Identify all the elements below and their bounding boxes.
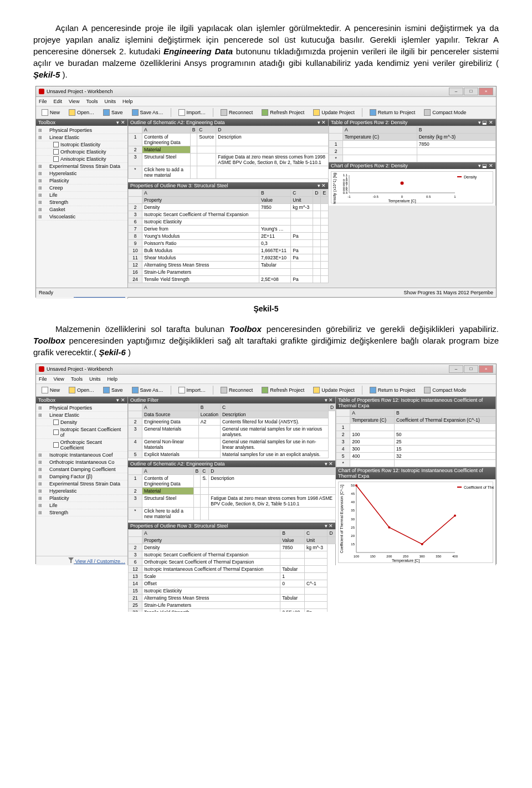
outline2-grid[interactable]: ABCD1Contents of Engineering DataS.Descr… [128, 467, 336, 520]
toolbox-item[interactable]: Damping Factor (β) [36, 473, 127, 480]
toolbox-item[interactable]: Density [36, 419, 127, 426]
panel-close-icon[interactable]: ▾ ✕ [325, 461, 334, 467]
label: Return to Project [378, 110, 416, 115]
toolbar-return-button[interactable]: Return to Project [367, 108, 418, 117]
svg-text:40: 40 [351, 500, 355, 504]
svg-text:350: 350 [436, 555, 442, 558]
toolbox-item[interactable]: Physical Properties [36, 405, 127, 412]
toolbar-update-button[interactable]: Update Project [310, 386, 357, 395]
toolbar-save-button[interactable]: Save [100, 386, 126, 395]
toolbar-refresh-button[interactable]: Refresh Project [259, 108, 307, 117]
panel-close-icon[interactable]: ▾ ✕ [318, 183, 326, 188]
toolbox-item[interactable]: Physical Properties [36, 127, 127, 134]
menu-units[interactable]: Units [89, 376, 101, 382]
svg-text:0: 0 [401, 195, 403, 198]
menu-tools[interactable]: Tools [71, 376, 83, 382]
label: Reconnect [229, 110, 253, 115]
toolbar-open-button[interactable]: Open… [66, 108, 97, 117]
svg-point-6 [401, 181, 404, 185]
toolbox-item[interactable]: Hyperelastic [36, 170, 127, 177]
menu-file[interactable]: File [39, 376, 47, 382]
window-title: Unsaved Project - Workbench [47, 89, 112, 94]
density-chart: DensityTemperature [C]Density (x10^1) [k… [331, 171, 493, 203]
window-max-button[interactable]: □ [464, 365, 478, 373]
toolbox-title: Toolbox▾ ✕ [36, 397, 127, 403]
toolbox-item[interactable]: Isotropic Instantaneous Coef [36, 452, 127, 459]
toolbox-item[interactable]: Gasket [36, 206, 127, 213]
filter-grid[interactable]: ABCDData SourceLocationDescription2Engin… [128, 403, 336, 458]
import-icon [178, 387, 185, 393]
toolbox-item[interactable]: Hyperelastic [36, 488, 127, 495]
toolbox-item[interactable]: Linear Elastic [36, 134, 127, 141]
toolbox-item[interactable]: Viscoelastic [36, 213, 127, 221]
window-max-button[interactable]: □ [464, 88, 478, 95]
toolbar-import-button[interactable]: Import… [176, 108, 209, 117]
menu-help[interactable]: Help [122, 99, 133, 104]
toolbar-return-button[interactable]: Return to Project [367, 386, 418, 395]
props2-grid[interactable]: ABCDPropertyValueUnit2Density7850kg m^-3… [128, 529, 336, 612]
menu-file[interactable]: File [39, 99, 47, 104]
toolbox-item[interactable]: Isotropic Secant Coefficient of [36, 426, 127, 439]
separator [362, 108, 362, 117]
label: Open… [77, 387, 94, 393]
window-min-button[interactable]: – [449, 88, 463, 95]
toolbar-refresh-button[interactable]: Refresh Project [259, 386, 307, 395]
menu-edit[interactable]: Edit [54, 99, 63, 104]
toolbox-item[interactable]: Orthotropic Instantaneous Co [36, 459, 127, 466]
toolbar-saveas-button[interactable]: Save As… [129, 108, 166, 117]
panel-close-icon[interactable]: ▾ ⬓ ✕ [478, 120, 493, 125]
toolbox-item[interactable]: Strength [36, 199, 127, 206]
menu-help[interactable]: Help [107, 376, 117, 382]
toolbox-item[interactable]: Orthotropic Secant Coefficient [36, 439, 127, 452]
toolbox-item[interactable]: Anisotropic Elasticity [36, 156, 127, 163]
toolbar-open-button[interactable]: Open… [66, 386, 97, 395]
toolbox-item[interactable]: Linear Elastic [36, 412, 127, 419]
label: Save [111, 110, 123, 115]
chart2-title: Chart of Properties Row 12: Isotropic In… [336, 467, 495, 479]
toolbox-item[interactable]: Orthotropic Elasticity [36, 149, 127, 156]
separator [213, 108, 213, 117]
toolbox-item[interactable]: Experimental Stress Strain Data [36, 163, 127, 170]
panel-close-icon[interactable]: ▾ ✕ [116, 120, 125, 125]
panel-close-icon[interactable]: ▾ ⬓ ✕ [478, 163, 493, 168]
menu-tools[interactable]: Tools [86, 99, 98, 104]
toolbox-item[interactable]: Plasticity [36, 495, 127, 502]
outline-grid[interactable]: ABCD1Contents of Engineering DataSourceD… [128, 126, 329, 179]
svg-text:1: 1 [454, 195, 456, 198]
window-close-button[interactable]: × [479, 88, 493, 95]
panel-close-icon[interactable]: ▾ ✕ [318, 120, 326, 125]
menu-units[interactable]: Units [104, 99, 116, 104]
panel-close-icon[interactable]: ▾ ✕ [325, 523, 334, 529]
panel-close-icon[interactable]: ▾ ✕ [325, 397, 334, 403]
window-min-button[interactable]: – [449, 365, 463, 373]
toolbar-reconnect-button[interactable]: Reconnect [218, 108, 255, 117]
toolbar-saveas-button[interactable]: Save As… [129, 386, 166, 395]
menu-view[interactable]: View [54, 376, 64, 382]
toolbar-new-button[interactable]: New [39, 386, 63, 395]
table-grid[interactable]: ABTemperature (C)Density (kg m^-3)178502… [329, 126, 496, 162]
props-grid[interactable]: ABCDEPropertyValueUnit2Density7850kg m^-… [128, 189, 329, 283]
toolbar-compact-button[interactable]: Compact Mode [421, 108, 469, 117]
toolbox-item[interactable]: Life [36, 192, 127, 199]
toolbar-import-button[interactable]: Import… [176, 386, 209, 395]
toolbox-item[interactable]: Experimental Stress Strain Data [36, 480, 127, 488]
toolbox-item[interactable]: Plasticity [36, 177, 127, 185]
toolbox-item[interactable]: Constant Damping Coefficient [36, 466, 127, 473]
window-close-button[interactable]: × [479, 365, 493, 373]
toolbox-viewall-link[interactable]: View All / Customize… [36, 556, 127, 565]
toolbar-reconnect-button[interactable]: Reconnect [218, 386, 255, 395]
toolbox-item[interactable]: Creep [36, 185, 127, 192]
panel-close-icon[interactable]: ▾ ✕ [116, 397, 125, 403]
toolbar-new-button[interactable]: New [39, 108, 63, 117]
toolbox-item[interactable]: Life [36, 502, 127, 509]
update-icon [313, 387, 320, 393]
table2-grid[interactable]: ABTemperature (C)Coefficient of Thermal … [336, 409, 496, 467]
toolbar-save-button[interactable]: Save [100, 108, 126, 117]
menu-view[interactable]: View [69, 99, 79, 104]
toolbar-update-button[interactable]: Update Project [310, 108, 357, 117]
toolbox-item[interactable]: Strength [36, 509, 127, 516]
toolbar-compact-button[interactable]: Compact Mode [421, 386, 469, 395]
svg-text:45: 45 [351, 492, 355, 495]
svg-text:Density (x10^1) [kg m^-3]: Density (x10^1) [kg m^-3] [332, 172, 337, 204]
toolbox-item[interactable]: Isotropic Elasticity [36, 141, 127, 149]
